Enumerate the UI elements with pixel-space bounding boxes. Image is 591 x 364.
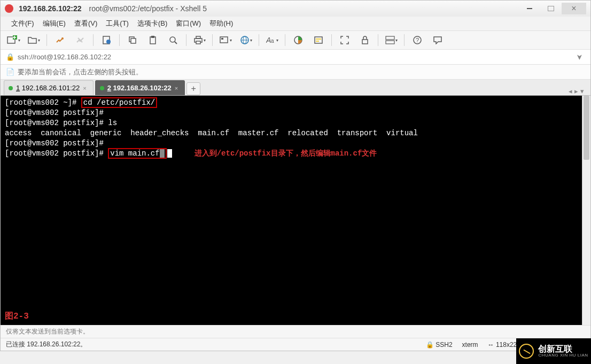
command-ls: ls bbox=[108, 119, 117, 127]
menu-window[interactable]: 窗口(W) bbox=[173, 18, 204, 29]
svg-rect-25 bbox=[316, 41, 319, 42]
tab-session-2[interactable]: 2 192.168.26.102:22 × bbox=[95, 80, 185, 95]
svg-rect-15 bbox=[220, 37, 228, 43]
tipbar: 📄 要添加当前会话，点击左侧的箭头按钮。 bbox=[1, 65, 590, 80]
svg-rect-24 bbox=[316, 38, 321, 40]
tab-next-icon[interactable]: ▸ bbox=[574, 87, 578, 95]
command-vim: vim main.cf bbox=[108, 148, 166, 159]
statusbar: 已连接 192.168.26.102:22。 🔒 SSH2 xterm ↔ 11… bbox=[1, 338, 590, 351]
new-session-button[interactable]: ▾ bbox=[6, 34, 21, 47]
copy-button[interactable] bbox=[125, 34, 140, 47]
svg-rect-23 bbox=[315, 37, 322, 43]
xshell-window: 192.168.26.102:22 root@vms002:/etc/postf… bbox=[0, 0, 591, 351]
menu-view[interactable]: 查看(V) bbox=[71, 18, 100, 29]
maximize-button[interactable] bbox=[540, 3, 562, 14]
tab-label: 1 192.168.26.101:22 bbox=[16, 84, 80, 92]
menu-edit[interactable]: 编辑(E) bbox=[40, 18, 69, 29]
prompt: [root@vms002 postfix]# bbox=[5, 108, 578, 118]
font-button[interactable]: Aa▾ bbox=[265, 34, 279, 47]
window-controls: × bbox=[519, 3, 586, 14]
help-button[interactable]: ? bbox=[410, 34, 425, 47]
toolbar-divider bbox=[46, 34, 47, 46]
globe-button[interactable]: ▾ bbox=[238, 34, 253, 47]
scroll-thumb[interactable] bbox=[584, 96, 589, 160]
title-path: root@vms002:/etc/postfix - Xshell 5 bbox=[89, 4, 207, 13]
prompt: [root@vms002 postfix]# bbox=[5, 149, 104, 158]
status-dot-icon bbox=[9, 86, 13, 90]
address-input[interactable] bbox=[18, 53, 574, 61]
menu-help[interactable]: 帮助(H) bbox=[206, 18, 236, 29]
toolbar-divider bbox=[404, 34, 405, 46]
menubar: 文件(F) 编辑(E) 查看(V) 工具(T) 选项卡(B) 窗口(W) 帮助(… bbox=[1, 17, 590, 30]
colorscheme-button[interactable] bbox=[291, 34, 306, 47]
paste-button[interactable] bbox=[145, 34, 160, 47]
svg-point-2 bbox=[61, 37, 64, 40]
tab-list-icon[interactable]: ▾ bbox=[580, 87, 584, 95]
toolbar: ▾ ▾ ▾ ▾ ▾ Aa▾ ▾ ? bbox=[1, 30, 590, 50]
toolbar-divider bbox=[285, 34, 285, 46]
lock-icon: 🔒 bbox=[6, 53, 14, 61]
svg-point-5 bbox=[106, 40, 111, 44]
svg-point-10 bbox=[170, 37, 175, 42]
svg-rect-28 bbox=[386, 41, 394, 44]
open-button[interactable]: ▾ bbox=[26, 34, 41, 47]
view-compose-button[interactable]: ▾ bbox=[384, 34, 399, 47]
status-size: ↔ 118x22 bbox=[488, 341, 517, 348]
menu-tool[interactable]: 工具(T) bbox=[103, 18, 132, 29]
watermark-subtext: CHUANG XIN HU LIAN bbox=[538, 353, 588, 358]
minimize-button[interactable] bbox=[519, 3, 540, 14]
tab-session-1[interactable]: 1 192.168.26.101:22 × bbox=[4, 80, 94, 95]
addressbar: 🔒 ➤ bbox=[1, 50, 590, 65]
print-button[interactable]: ▾ bbox=[192, 34, 207, 47]
find-button[interactable] bbox=[166, 34, 181, 47]
title-host: 192.168.26.102:22 bbox=[19, 4, 82, 13]
watermark: 创新互联 CHUANG XIN HU LIAN bbox=[516, 338, 591, 364]
toolbar-divider bbox=[259, 34, 259, 46]
watermark-logo-icon bbox=[519, 344, 534, 359]
command-cd: cd /etc/postfix/ bbox=[81, 97, 157, 108]
status-protocol: 🔒 SSH2 bbox=[426, 341, 453, 348]
prompt: [root@vms002 ~]# bbox=[5, 98, 76, 107]
svg-rect-16 bbox=[221, 38, 223, 40]
feedback-button[interactable] bbox=[430, 34, 445, 47]
menu-tab[interactable]: 选项卡(B) bbox=[134, 18, 170, 29]
toolbar-divider bbox=[119, 34, 120, 46]
reconnect-button[interactable] bbox=[52, 34, 67, 47]
svg-rect-9 bbox=[151, 36, 154, 38]
svg-rect-13 bbox=[196, 36, 200, 38]
cursor-icon bbox=[160, 149, 165, 158]
svg-rect-14 bbox=[196, 41, 200, 44]
prompt: [root@vms002 postfix]# bbox=[5, 138, 578, 149]
watermark-text: 创新互联 bbox=[538, 344, 588, 354]
toolbar-divider bbox=[378, 34, 378, 46]
new-tab-button[interactable]: + bbox=[186, 82, 200, 95]
tip-add-icon[interactable]: 📄 bbox=[6, 68, 14, 76]
toolbar-divider bbox=[331, 34, 332, 46]
lock-button[interactable] bbox=[357, 34, 372, 47]
tab-close-icon[interactable]: × bbox=[83, 85, 86, 91]
disconnect-button[interactable] bbox=[73, 34, 88, 47]
titlebar: 192.168.26.102:22 root@vms002:/etc/postf… bbox=[1, 1, 590, 17]
toolbar-divider bbox=[93, 34, 94, 46]
tab-label: 2 192.168.26.102:22 bbox=[107, 84, 172, 92]
highlight-button[interactable] bbox=[311, 34, 326, 47]
status-dot-icon bbox=[100, 86, 104, 90]
scrollbar[interactable] bbox=[582, 96, 590, 325]
svg-rect-26 bbox=[362, 40, 368, 44]
ls-output: access canonical generic header_checks m… bbox=[5, 128, 578, 138]
tab-nav: ◂ ▸ ▾ bbox=[569, 87, 587, 95]
tab-prev-icon[interactable]: ◂ bbox=[569, 87, 572, 95]
properties-button[interactable] bbox=[99, 34, 114, 47]
close-button[interactable]: × bbox=[562, 3, 586, 14]
toolbar-divider bbox=[212, 34, 213, 46]
terminal[interactable]: [root@vms002 ~]# cd /etc/postfix/ [root@… bbox=[1, 96, 582, 325]
tab-close-icon[interactable]: × bbox=[175, 85, 178, 91]
menu-file[interactable]: 文件(F) bbox=[8, 18, 37, 29]
svg-text:a: a bbox=[271, 38, 274, 44]
address-go-icon[interactable]: ➤ bbox=[576, 52, 584, 63]
svg-text:?: ? bbox=[416, 37, 419, 43]
fullscreen-button[interactable] bbox=[337, 34, 352, 47]
xftp-button[interactable]: ▾ bbox=[218, 34, 233, 47]
figure-label: 图2-3 bbox=[5, 312, 29, 322]
svg-line-11 bbox=[175, 42, 177, 44]
